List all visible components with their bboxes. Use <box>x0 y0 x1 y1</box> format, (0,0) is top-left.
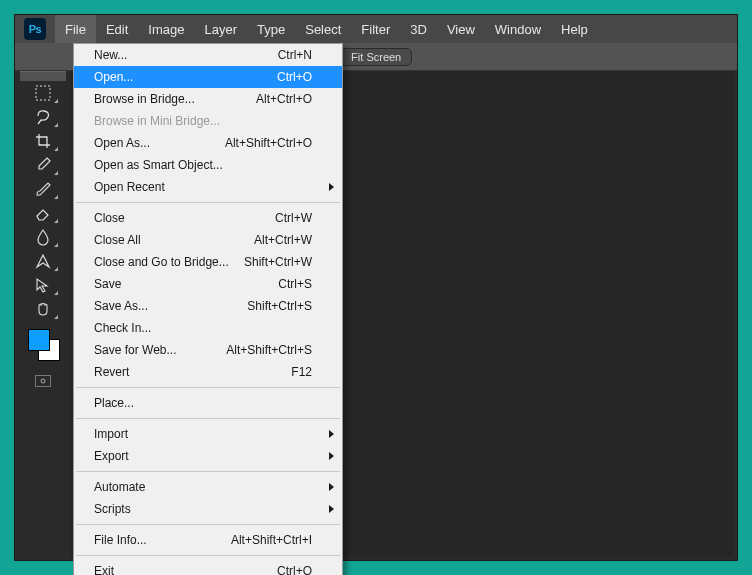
menu-select[interactable]: Select <box>295 15 351 43</box>
menu-item-label: New... <box>94 48 278 62</box>
menu-item-shortcut: Alt+Shift+Ctrl+S <box>226 343 312 357</box>
file-menu-close[interactable]: CloseCtrl+W <box>74 207 342 229</box>
submenu-arrow-icon <box>329 183 334 191</box>
menu-item-shortcut: Ctrl+O <box>277 70 312 84</box>
menu-item-shortcut: Alt+Ctrl+W <box>254 233 312 247</box>
file-menu-save-for-web[interactable]: Save for Web...Alt+Shift+Ctrl+S <box>74 339 342 361</box>
file-menu-revert[interactable]: RevertF12 <box>74 361 342 383</box>
file-menu-automate[interactable]: Automate <box>74 476 342 498</box>
menu-item-label: Import <box>94 427 312 441</box>
menu-separator <box>76 202 340 203</box>
fit-screen-button[interactable]: Fit Screen <box>340 48 412 66</box>
file-menu-import[interactable]: Import <box>74 423 342 445</box>
menu-item-label: Place... <box>94 396 312 410</box>
menu-separator <box>76 471 340 472</box>
file-menu-exit[interactable]: ExitCtrl+Q <box>74 560 342 575</box>
foreground-swatch[interactable] <box>28 329 50 351</box>
menu-item-label: Save <box>94 277 278 291</box>
menu-help[interactable]: Help <box>551 15 598 43</box>
file-menu-check-in[interactable]: Check In... <box>74 317 342 339</box>
menu-item-shortcut: Alt+Shift+Ctrl+I <box>231 533 312 547</box>
file-menu-open-recent[interactable]: Open Recent <box>74 176 342 198</box>
submenu-arrow-icon <box>329 505 334 513</box>
menu-filter[interactable]: Filter <box>351 15 400 43</box>
svg-point-3 <box>41 379 45 383</box>
blur-tool[interactable] <box>26 225 60 249</box>
pen-tool[interactable] <box>26 249 60 273</box>
menu-item-label: File Info... <box>94 533 231 547</box>
app-window: Ps FileEditImageLayerTypeSelectFilter3DV… <box>14 14 738 561</box>
submenu-arrow-icon <box>329 483 334 491</box>
file-menu-open[interactable]: Open...Ctrl+O <box>74 66 342 88</box>
file-menu-browse-in-mini-bridge: Browse in Mini Bridge... <box>74 110 342 132</box>
menu-separator <box>76 555 340 556</box>
menu-item-label: Revert <box>94 365 291 379</box>
menu-item-label: Check In... <box>94 321 312 335</box>
menu-image[interactable]: Image <box>138 15 194 43</box>
menu-item-shortcut: Shift+Ctrl+S <box>247 299 312 313</box>
menu-item-shortcut: Shift+Ctrl+W <box>244 255 312 269</box>
menu-item-label: Scripts <box>94 502 312 516</box>
menu-item-label: Close and Go to Bridge... <box>94 255 244 269</box>
menu-edit[interactable]: Edit <box>96 15 138 43</box>
file-menu-place[interactable]: Place... <box>74 392 342 414</box>
menu-item-shortcut: Ctrl+Q <box>277 564 312 575</box>
menu-separator <box>76 524 340 525</box>
menu-window[interactable]: Window <box>485 15 551 43</box>
menu-item-label: Browse in Mini Bridge... <box>94 114 312 128</box>
file-menu-save-as[interactable]: Save As...Shift+Ctrl+S <box>74 295 342 317</box>
menu-item-label: Save As... <box>94 299 247 313</box>
menubar: Ps FileEditImageLayerTypeSelectFilter3DV… <box>15 15 737 43</box>
menu-item-label: Open... <box>94 70 277 84</box>
quickmask-toggle[interactable] <box>35 375 51 387</box>
menu-item-shortcut: Ctrl+N <box>278 48 312 62</box>
menu-item-label: Save for Web... <box>94 343 226 357</box>
file-menu-new[interactable]: New...Ctrl+N <box>74 44 342 66</box>
menu-item-label: Open as Smart Object... <box>94 158 312 172</box>
ps-logo: Ps <box>15 15 55 43</box>
menu-item-shortcut: Ctrl+W <box>275 211 312 225</box>
file-menu-save[interactable]: SaveCtrl+S <box>74 273 342 295</box>
menu-item-shortcut: Alt+Shift+Ctrl+O <box>225 136 312 150</box>
menu-item-label: Close All <box>94 233 254 247</box>
menu-type[interactable]: Type <box>247 15 295 43</box>
svg-rect-2 <box>36 86 50 100</box>
file-menu-open-as[interactable]: Open As...Alt+Shift+Ctrl+O <box>74 132 342 154</box>
menu-item-label: Automate <box>94 480 312 494</box>
file-menu-browse-in-bridge[interactable]: Browse in Bridge...Alt+Ctrl+O <box>74 88 342 110</box>
ps-logo-text: Ps <box>29 23 41 35</box>
menu-file[interactable]: File <box>55 15 96 43</box>
file-menu-export[interactable]: Export <box>74 445 342 467</box>
menu-item-label: Open As... <box>94 136 225 150</box>
toolbox <box>20 71 66 387</box>
menu-item-label: Close <box>94 211 275 225</box>
menu-separator <box>76 387 340 388</box>
marquee-tool[interactable] <box>26 81 60 105</box>
toolbox-header <box>20 71 66 81</box>
lasso-tool[interactable] <box>26 105 60 129</box>
eyedropper-tool[interactable] <box>26 153 60 177</box>
file-menu-file-info[interactable]: File Info...Alt+Shift+Ctrl+I <box>74 529 342 551</box>
menu-item-label: Export <box>94 449 312 463</box>
menu-3d[interactable]: 3D <box>400 15 437 43</box>
brush-tool[interactable] <box>26 177 60 201</box>
crop-tool[interactable] <box>26 129 60 153</box>
submenu-arrow-icon <box>329 452 334 460</box>
file-menu-close-and-go-to-bridge[interactable]: Close and Go to Bridge...Shift+Ctrl+W <box>74 251 342 273</box>
menu-item-label: Exit <box>94 564 277 575</box>
file-menu-open-as-smart-object[interactable]: Open as Smart Object... <box>74 154 342 176</box>
submenu-arrow-icon <box>329 430 334 438</box>
file-menu-close-all[interactable]: Close AllAlt+Ctrl+W <box>74 229 342 251</box>
menu-view[interactable]: View <box>437 15 485 43</box>
color-swatches[interactable] <box>20 329 66 369</box>
eraser-tool[interactable] <box>26 201 60 225</box>
menu-item-shortcut: Ctrl+S <box>278 277 312 291</box>
hand-tool[interactable] <box>26 297 60 321</box>
menu-item-shortcut: F12 <box>291 365 312 379</box>
menu-item-label: Open Recent <box>94 180 312 194</box>
file-menu-dropdown: New...Ctrl+NOpen...Ctrl+OBrowse in Bridg… <box>73 43 343 575</box>
menu-item-shortcut: Alt+Ctrl+O <box>256 92 312 106</box>
move-tool[interactable] <box>26 273 60 297</box>
menu-layer[interactable]: Layer <box>195 15 248 43</box>
file-menu-scripts[interactable]: Scripts <box>74 498 342 520</box>
